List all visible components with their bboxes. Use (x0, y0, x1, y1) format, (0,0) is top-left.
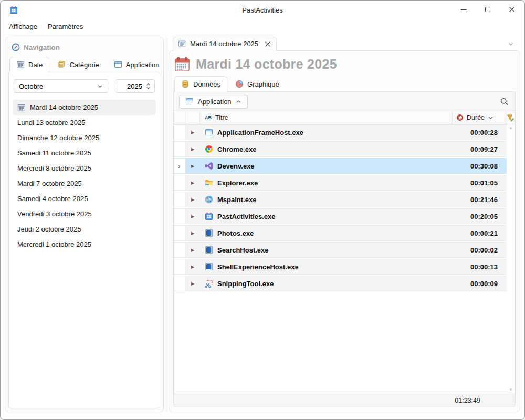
group-by-label: Application (198, 98, 232, 106)
title-column-header[interactable]: AB Titre (200, 111, 453, 124)
date-item-label: Samedi 4 octobre 2025 (17, 195, 88, 203)
row-indicator-cell (174, 209, 185, 224)
blue-app-icon (205, 262, 213, 271)
row-indicator-cell (174, 243, 185, 257)
tab-close-icon[interactable] (265, 41, 271, 47)
minimize-button[interactable] (452, 1, 476, 18)
expand-row-icon[interactable]: ▶ (185, 130, 200, 135)
date-list-item[interactable]: Lundi 13 octobre 2025 (13, 115, 156, 130)
tab-list-chevron-icon[interactable] (508, 41, 514, 47)
application-window-icon (114, 60, 122, 69)
expand-row-icon[interactable]: ▶ (185, 214, 200, 219)
date-item-label: Dimanche 12 octobre 2025 (17, 134, 99, 142)
table-row[interactable]: ▶ShellExperienceHost.exe00:00:13 (174, 259, 507, 275)
date-list-item[interactable]: Dimanche 12 octobre 2025 (13, 130, 156, 145)
expand-row-icon[interactable]: ▶ (185, 231, 200, 236)
expand-column-header (185, 111, 200, 124)
row-application-name: Chrome.exe (217, 145, 453, 153)
row-indicator-cell (174, 192, 185, 207)
table-row[interactable]: ▶Mspaint.exe00:21:46 (174, 192, 507, 207)
menu-item-paramètres[interactable]: Paramètres (43, 20, 88, 33)
nav-tab-date[interactable]: Date (9, 57, 49, 72)
panel-splitter[interactable] (166, 37, 166, 412)
menu-item-affichage[interactable]: Affichage (4, 20, 43, 33)
table-row[interactable]: ▶ApplicationFrameHost.exe00:00:28 (174, 124, 507, 140)
title-column-label: Titre (215, 114, 228, 121)
row-indicator-cell (174, 226, 185, 240)
expand-row-icon[interactable]: ▶ (185, 281, 200, 286)
calendar-icon (178, 40, 186, 48)
nav-tab-catégorie[interactable]: Catégorie (50, 57, 106, 72)
grid-toolbar: Application (174, 92, 515, 111)
row-application-name: Mspaint.exe (217, 196, 453, 204)
grid-body: ▶ApplicationFrameHost.exe00:00:28▶Chrome… (174, 124, 515, 394)
text-column-icon: AB (205, 115, 212, 120)
spinner-down-icon[interactable] (146, 87, 151, 90)
filter-funnel-icon (507, 114, 514, 122)
row-duration-value: 00:01:05 (453, 179, 507, 187)
expand-row-icon[interactable]: ▶ (185, 248, 200, 253)
date-list-item[interactable]: Mardi 14 octobre 2025 (13, 100, 156, 115)
application-window-icon (185, 97, 194, 106)
row-application-name: Photos.exe (217, 229, 453, 237)
duration-column-label: Durée (467, 114, 485, 121)
date-list-item[interactable]: Samedi 4 octobre 2025 (13, 191, 156, 206)
date-list-item[interactable]: Mercredi 1 octobre 2025 (13, 237, 156, 252)
row-duration-value: 00:09:27 (453, 145, 507, 153)
view-tab-données[interactable]: Données (174, 76, 227, 92)
expand-row-icon[interactable]: ▶ (185, 164, 200, 169)
date-list-item[interactable]: Mercredi 8 octobre 2025 (13, 161, 156, 176)
date-list-item[interactable]: Jeudi 2 octobre 2025 (13, 222, 156, 237)
maximize-icon (485, 7, 490, 12)
date-list-item[interactable]: Samedi 11 octobre 2025 (13, 145, 156, 161)
table-row[interactable]: ▶SearchHost.exe00:00:02 (174, 242, 507, 258)
row-application-name: SearchHost.exe (217, 246, 453, 254)
row-indicator-cell (174, 125, 185, 140)
year-spinner[interactable]: 2025 (115, 79, 155, 93)
date-item-label: Mercredi 1 octobre 2025 (17, 240, 91, 248)
total-duration: 01:23:49 (455, 397, 480, 404)
pastactivities-icon (205, 212, 213, 220)
scroll-down-icon[interactable]: ▼ (509, 388, 513, 392)
row-application-name: ApplicationFrameHost.exe (217, 129, 453, 136)
category-icon (57, 60, 66, 69)
maximize-button[interactable] (476, 1, 500, 18)
spinner-up-icon[interactable] (146, 83, 151, 86)
expand-row-icon[interactable]: ▶ (185, 265, 200, 269)
filter-column-header[interactable] (506, 111, 515, 124)
view-tab-graphique[interactable]: Graphique (228, 76, 286, 92)
search-icon[interactable] (500, 97, 509, 106)
big-calendar-icon (174, 56, 190, 72)
duration-column-header[interactable]: Durée (453, 111, 506, 124)
visual-studio-icon (205, 162, 213, 170)
navigation-header: Navigation (8, 40, 160, 52)
document-tab[interactable]: Mardi 14 octobre 2025 (173, 37, 277, 51)
summary-footer: 01:23:49 (174, 394, 515, 407)
scroll-up-icon[interactable]: ▲ (509, 126, 513, 130)
table-row[interactable]: ▶Chrome.exe00:09:27 (174, 141, 507, 157)
date-list-item[interactable]: Vendredi 3 octobre 2025 (13, 206, 156, 222)
close-button[interactable] (500, 1, 524, 18)
application-window-icon (205, 128, 213, 136)
row-duration-value: 00:00:21 (453, 229, 507, 237)
row-indicator-cell (174, 175, 185, 190)
vertical-scrollbar[interactable]: ▲ ▼ (507, 124, 515, 394)
group-by-application-button[interactable]: Application (179, 94, 248, 109)
date-list-item[interactable]: Mardi 7 octobre 2025 (13, 176, 156, 191)
table-row[interactable]: ›▶Devenv.exe00:30:08 (174, 158, 507, 174)
table-row[interactable]: ▶SnippingTool.exe00:00:09 (174, 276, 507, 291)
table-row[interactable]: ▶Explorer.exe00:01:05 (174, 175, 507, 191)
expand-row-icon[interactable]: ▶ (185, 181, 200, 185)
expand-row-icon[interactable]: ▶ (185, 147, 200, 152)
expand-row-icon[interactable]: ▶ (185, 197, 200, 202)
table-row[interactable]: ▶Photos.exe00:00:21 (174, 225, 507, 241)
blue-app-icon (205, 246, 213, 254)
document-area: Mardi 14 octobre 2025 Mardi 14 octobre 2… (169, 37, 520, 412)
month-select[interactable]: Octobre (14, 79, 108, 93)
row-duration-value: 00:21:46 (453, 196, 507, 204)
view-tab-label: Graphique (247, 80, 279, 88)
date-item-label: Mercredi 8 octobre 2025 (17, 164, 91, 172)
grid-header: AB Titre Durée (174, 111, 515, 124)
nav-tab-application[interactable]: Application (107, 57, 166, 72)
table-row[interactable]: ▶PastActivities.exe00:20:05 (174, 208, 507, 224)
